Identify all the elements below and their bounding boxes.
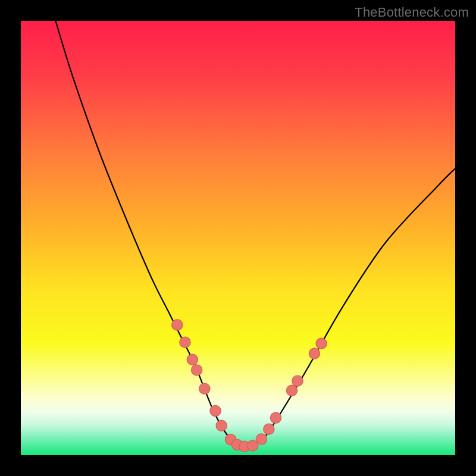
marker-dot bbox=[256, 434, 267, 444]
marker-dot bbox=[316, 338, 327, 349]
curve-layer bbox=[21, 21, 455, 455]
bottleneck-curve bbox=[55, 21, 455, 447]
plot-area bbox=[21, 21, 455, 455]
marker-dot bbox=[187, 354, 198, 365]
marker-dot bbox=[180, 337, 190, 347]
marker-dot bbox=[270, 412, 281, 423]
marker-dot bbox=[286, 385, 297, 396]
marker-dot bbox=[172, 320, 183, 330]
marker-dot bbox=[309, 348, 320, 359]
curve-markers bbox=[172, 320, 327, 452]
marker-dot bbox=[292, 375, 303, 386]
marker-dot bbox=[199, 383, 210, 394]
watermark-label: TheBottleneck.com bbox=[355, 5, 469, 20]
marker-dot bbox=[216, 420, 227, 431]
marker-dot bbox=[192, 365, 202, 375]
chart-stage: TheBottleneck.com bbox=[0, 0, 476, 476]
marker-dot bbox=[210, 405, 221, 416]
marker-dot bbox=[264, 424, 274, 434]
